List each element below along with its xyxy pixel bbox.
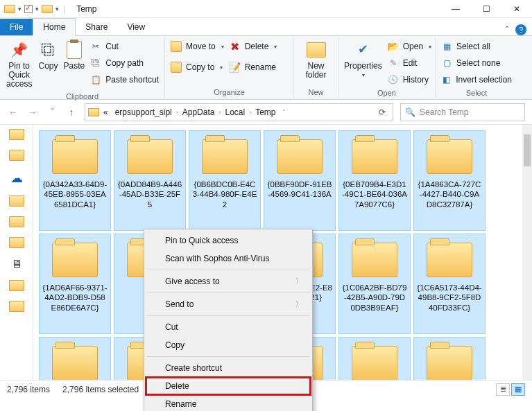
pin-to-quick-access-button[interactable]: Pin to Quick access [6,39,33,91]
sidebar-item-quick-access[interactable] [9,129,24,140]
nav-row: ← → ˅ ↑ « erpsupport_sipl› AppData› Loca… [0,100,532,125]
address-bar[interactable]: « erpsupport_sipl› AppData› Local› Temp … [85,103,393,121]
ctx-separator [147,356,309,357]
close-button[interactable]: ✕ [501,0,532,18]
copy-button[interactable]: Copy [38,39,58,91]
folder-item[interactable]: {1C06A2BF-BD79-42B5-A90D-79D0DB3B9EAF} [338,234,411,334]
nav-pane[interactable]: ☁ 🖥 [0,125,33,380]
folder-name: {1C06A2BF-BD79-42B5-A90D-79D0DB3B9EAF} [342,283,407,313]
sidebar-item-folder[interactable] [9,237,24,248]
app-icon [4,5,15,13]
select-none-icon [441,58,452,69]
ctx-scan-sophos[interactable]: Scan with Sophos Anti-Virus [146,250,311,268]
select-all-button[interactable]: Select all [441,39,512,54]
folder-icon [202,139,248,174]
qat-dropdown3-icon[interactable]: ▾ [55,6,59,12]
copy-to-button[interactable]: Copy to▾ [171,60,224,75]
group-new-label: New [300,87,332,96]
cut-button[interactable]: Cut [90,39,159,54]
qat-dropdown2-icon[interactable]: ▾ [35,6,39,12]
folder-item[interactable]: {0B6BDC0B-E4C3-44B4-980F-E4E2 [189,130,261,231]
folder-name: {0ADD84B9-A446-45AD-B33E-25F5 [117,180,182,209]
folder-item[interactable] [39,337,111,380]
rename-icon [230,62,241,73]
ctx-send-to[interactable]: Send to〉 [146,295,311,313]
folder-item[interactable]: {1AD6AF66-9371-4AD2-BDB9-D58E86DE6A7C} [39,234,111,334]
scroll-thumb[interactable] [524,134,531,166]
rename-button[interactable]: Rename [230,60,277,75]
ctx-copy[interactable]: Copy [146,336,311,354]
breadcrumb[interactable]: Local [222,107,248,117]
forward-button[interactable]: → [26,107,39,118]
chevron-right-icon[interactable]: › [249,109,251,116]
minimize-button[interactable]: — [440,0,471,18]
tab-file[interactable]: File [0,19,33,35]
invert-selection-button[interactable]: Invert selection [441,72,512,87]
paste-button[interactable]: Paste [64,39,85,91]
folder-item[interactable]: {0A342A33-64D9-45EB-8955-03EA6581DCA1} [39,130,111,231]
folder-item[interactable] [338,337,411,380]
breadcrumb[interactable]: erpsupport_sipl [112,107,175,117]
folder-icon [52,139,98,174]
help-icon[interactable]: ? [515,24,526,35]
sidebar-item-folder[interactable] [9,280,24,291]
recent-locations-button[interactable]: ˅ [46,107,58,118]
ribbon-collapse-icon[interactable]: ˆ [506,26,508,35]
status-selected-count: 2,796 items selected [62,385,139,394]
sidebar-item-this-pc[interactable]: 🖥 [11,258,22,270]
ctx-cut[interactable]: Cut [146,318,311,336]
copy-path-button[interactable]: Copy path [90,55,159,71]
folder-icon [427,139,472,174]
ctx-create-shortcut[interactable]: Create shortcut [146,359,311,377]
folder-item[interactable]: {0BBF90DF-91EB-4569-9C41-136A [264,130,336,231]
breadcrumb-root[interactable]: « [101,107,111,117]
delete-button[interactable]: Delete▾ [230,39,277,54]
folder-item[interactable]: {1C6A5173-44D4-49B8-9CF2-5F8D40FD33FC} [413,234,486,334]
sidebar-item-folder[interactable] [9,195,24,207]
search-placeholder: Search Temp [420,107,468,117]
vertical-scrollbar[interactable] [522,125,532,380]
folder-icon [352,139,397,174]
folder-item[interactable]: {0ADD84B9-A446-45AD-B33E-25F5 [114,130,186,231]
sidebar-item-folder[interactable] [9,150,24,161]
properties-button[interactable]: Properties ▾ [344,39,382,87]
maximize-button[interactable]: ☐ [471,0,501,18]
ctx-give-access-to[interactable]: Give access to〉 [146,272,311,290]
folder-item[interactable]: {0EB709B4-E3D1-49C1-BE64-036A7A9077C6} [338,130,411,231]
breadcrumb[interactable]: Temp [252,107,278,117]
up-button[interactable]: ↑ [65,107,78,118]
details-view-button[interactable]: ≣ [496,383,510,396]
paste-icon [67,41,82,59]
paste-shortcut-button[interactable]: Paste shortcut [90,72,159,87]
folder-icon [352,243,397,277]
search-input[interactable]: 🔍 Search Temp [400,103,525,121]
open-button[interactable]: Open▾ [388,39,431,54]
refresh-button[interactable]: ⟳ [375,107,390,117]
qat-checkbox-icon[interactable] [24,5,33,13]
ctx-pin-to-quick-access[interactable]: Pin to Quick access [146,231,311,250]
back-button[interactable]: ← [7,107,19,118]
ctx-rename[interactable]: Rename [146,395,311,411]
history-button[interactable]: History [388,72,431,87]
edit-button[interactable]: Edit [388,55,431,71]
tab-view[interactable]: View [117,19,155,35]
chevron-right-icon[interactable]: › [176,109,178,116]
sidebar-item-folder[interactable] [9,216,24,227]
large-icons-view-button[interactable]: ▦ [511,383,525,396]
tab-share[interactable]: Share [76,19,117,35]
qat-dropdown-icon[interactable]: ▾ [18,6,22,12]
select-none-button[interactable]: Select none [441,55,512,71]
tab-home[interactable]: Home [33,18,76,36]
chevron-right-icon[interactable]: › [218,109,221,116]
sidebar-item-onedrive[interactable]: ☁ [10,170,23,186]
folder-item[interactable]: {1A4863CA-727C-4427-B440-C9AD8C32787A} [413,130,486,231]
move-to-button[interactable]: Move to▾ [171,39,224,54]
ctx-delete[interactable]: Delete [146,377,311,395]
folder-item[interactable] [413,337,486,380]
ctx-separator [147,292,309,293]
new-folder-button[interactable]: New folder [300,39,332,81]
chevron-down-icon: ▾ [274,44,277,50]
sidebar-item-folder[interactable] [9,301,24,312]
addr-dropdown-icon[interactable]: ˅ [280,109,286,116]
breadcrumb[interactable]: AppData [180,107,218,117]
